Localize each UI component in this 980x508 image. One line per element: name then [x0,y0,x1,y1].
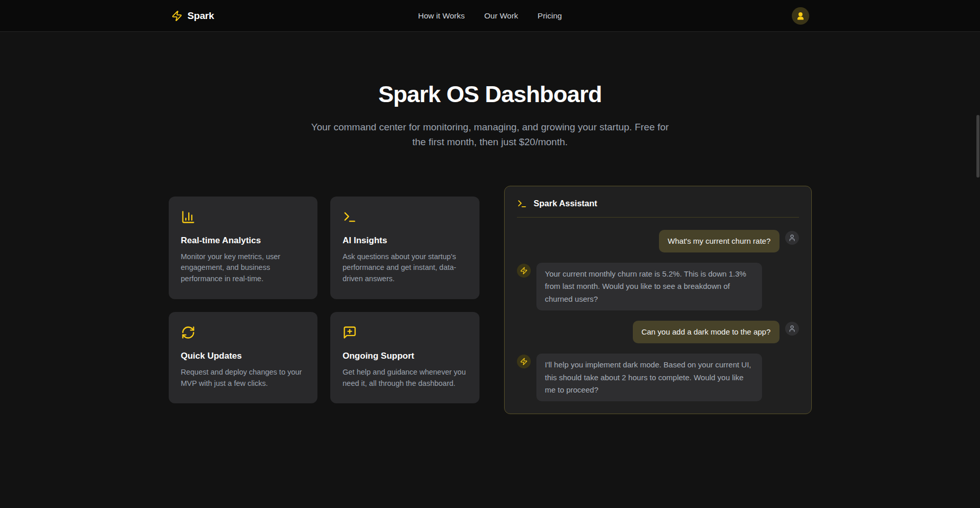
chat-messages: What's my current churn rate? Your curre… [517,230,799,401]
chat-message-assistant: I'll help you implement dark mode. Based… [517,354,799,401]
user-filled-icon [796,11,805,21]
brand-name: Spark [188,10,214,22]
feature-card-quick-updates: Quick Updates Request and deploy changes… [169,312,318,404]
page-title: Spark OS Dashboard [0,81,980,108]
main-nav: How it Works Our Work Pricing [418,11,562,21]
feature-card-ongoing-support: Ongoing Support Get help and guidance wh… [330,312,479,404]
feature-title: Quick Updates [181,351,306,361]
message-square-plus-icon [343,325,357,340]
feature-card-realtime-analytics: Real-time Analytics Monitor your key met… [169,197,318,299]
bar-chart-icon [181,210,195,224]
feature-description: Request and deploy changes to your MVP w… [181,367,306,389]
user-message-bubble: Can you add a dark mode to the app? [633,321,779,343]
terminal-icon [343,210,357,224]
nav-link-our-work[interactable]: Our Work [484,11,518,21]
nav-link-how-it-works[interactable]: How it Works [418,11,465,21]
zap-logo-icon [171,10,183,22]
assistant-avatar [517,264,531,278]
user-icon [788,234,796,242]
spark-assistant-panel: Spark Assistant What's my current churn … [504,186,812,414]
scrollbar-thumb[interactable] [976,115,979,178]
assistant-panel-title: Spark Assistant [534,199,597,208]
feature-title: AI Insights [343,236,467,246]
navbar-inner: Spark How it Works Our Work Pricing [162,0,818,31]
brand[interactable]: Spark [171,10,214,22]
feature-title: Ongoing Support [343,351,467,361]
feature-description: Monitor your key metrics, user engagemen… [181,251,306,285]
navbar: Spark How it Works Our Work Pricing [0,0,980,32]
zap-icon [520,267,528,275]
feature-title: Real-time Analytics [181,236,306,246]
content-row: Real-time Analytics Monitor your key met… [0,186,980,414]
assistant-message-bubble: Your current monthly churn rate is 5.2%.… [536,263,762,310]
user-avatar-button[interactable] [792,7,809,25]
user-message-bubble: What's my current churn rate? [659,230,779,252]
terminal-icon [517,199,527,209]
assistant-message-bubble: I'll help you implement dark mode. Based… [536,354,762,401]
chat-message-assistant: Your current monthly churn rate is 5.2%.… [517,263,799,310]
assistant-avatar [517,355,531,368]
chat-message-user: Can you add a dark mode to the app? [517,321,799,343]
hero-subtitle: Your command center for monitoring, mana… [311,120,670,150]
feature-description: Ask questions about your startup's perfo… [343,251,467,285]
scrollbar-track[interactable] [976,0,980,508]
user-avatar [785,322,799,336]
feature-description: Get help and guidance whenever you need … [343,367,467,389]
user-icon [788,325,796,333]
chat-message-user: What's my current churn rate? [517,230,799,252]
zap-icon [520,358,528,365]
divider [517,217,799,218]
page: Spark How it Works Our Work Pricing Spar… [0,0,980,508]
features-grid: Real-time Analytics Monitor your key met… [169,197,479,404]
nav-link-pricing[interactable]: Pricing [537,11,562,21]
hero-section: Spark OS Dashboard Your command center f… [0,32,980,150]
feature-card-ai-insights: AI Insights Ask questions about your sta… [330,197,479,299]
user-avatar [785,231,799,245]
refresh-icon [181,325,195,340]
assistant-panel-header: Spark Assistant [517,199,799,209]
